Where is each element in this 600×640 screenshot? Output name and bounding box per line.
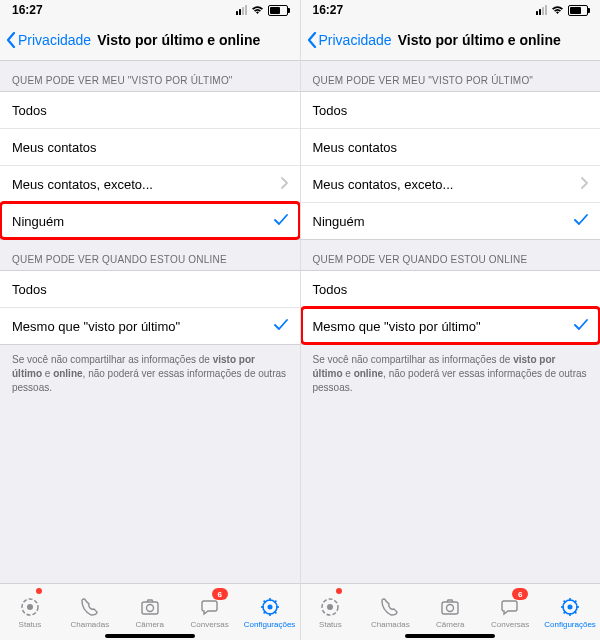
- checkmark-icon: [274, 214, 288, 229]
- chats-badge: 6: [212, 588, 228, 600]
- status-bar: 16:27: [301, 0, 601, 20]
- option-label: Mesmo que "visto por último": [313, 319, 481, 334]
- option-label: Meus contatos: [12, 140, 97, 155]
- battery-icon: [568, 5, 588, 16]
- tab-label: Conversas: [191, 620, 229, 629]
- battery-icon: [268, 5, 288, 16]
- tab-label: Configurações: [244, 620, 296, 629]
- back-label: Privacidade: [18, 32, 91, 48]
- svg-point-17: [447, 604, 454, 611]
- chevron-left-icon: [6, 32, 16, 48]
- tab-settings[interactable]: Configurações: [240, 584, 300, 640]
- footnote-text: e: [42, 368, 53, 379]
- svg-rect-2: [142, 602, 158, 614]
- status-time: 16:27: [12, 3, 43, 17]
- home-indicator[interactable]: [405, 634, 495, 638]
- svg-point-19: [568, 604, 573, 609]
- svg-point-15: [327, 604, 333, 610]
- content: QUEM PODE VER MEU "VISTO POR ÚLTIMO" Tod…: [301, 61, 601, 583]
- status-badge: [336, 588, 342, 594]
- camera-icon: [139, 596, 161, 618]
- status-time: 16:27: [313, 3, 344, 17]
- footer-note: Se você não compartilhar as informações …: [301, 345, 601, 395]
- screen-right: 16:27 Privacidade Visto por último e onl…: [301, 0, 601, 640]
- option-online-same[interactable]: Mesmo que "visto por último": [301, 307, 601, 344]
- tab-camera[interactable]: Câmera: [420, 584, 480, 640]
- phone-icon: [79, 596, 101, 618]
- footnote-text: e: [343, 368, 354, 379]
- camera-icon: [439, 596, 461, 618]
- section-header-lastseen: QUEM PODE VER MEU "VISTO POR ÚLTIMO": [0, 61, 300, 91]
- tab-calls[interactable]: Chamadas: [360, 584, 420, 640]
- option-contacts[interactable]: Meus contatos: [0, 128, 300, 165]
- tab-label: Conversas: [491, 620, 529, 629]
- option-label: Todos: [313, 282, 348, 297]
- option-online-same[interactable]: Mesmo que "visto por último": [0, 307, 300, 344]
- tab-settings[interactable]: Configurações: [540, 584, 600, 640]
- checkmark-icon: [274, 319, 288, 334]
- svg-point-5: [267, 604, 272, 609]
- option-label: Meus contatos, exceto...: [12, 177, 153, 192]
- tab-chats[interactable]: 6 Conversas: [480, 584, 540, 640]
- status-icons: [536, 5, 588, 16]
- wifi-icon: [251, 5, 264, 15]
- tab-label: Chamadas: [371, 620, 410, 629]
- tab-status[interactable]: Status: [0, 584, 60, 640]
- tab-bar: Status Chamadas Câmera 6 Conversas Confi…: [0, 583, 300, 640]
- svg-point-1: [27, 604, 33, 610]
- wifi-icon: [551, 5, 564, 15]
- option-everyone[interactable]: Todos: [0, 92, 300, 128]
- checkmark-icon: [574, 214, 588, 229]
- screen-left: 16:27 Privacidade Visto por último e onl…: [0, 0, 301, 640]
- back-button[interactable]: Privacidade: [307, 32, 392, 48]
- option-label: Ninguém: [12, 214, 64, 229]
- chevron-right-icon: [281, 177, 288, 192]
- gear-icon: [259, 596, 281, 618]
- tab-bar: Status Chamadas Câmera 6 Conversas Confi…: [301, 583, 601, 640]
- option-contacts-except[interactable]: Meus contatos, exceto...: [0, 165, 300, 202]
- gear-icon: [559, 596, 581, 618]
- chats-badge: 6: [512, 588, 528, 600]
- option-label: Ninguém: [313, 214, 365, 229]
- tab-label: Câmera: [436, 620, 464, 629]
- back-button[interactable]: Privacidade: [6, 32, 91, 48]
- online-options: Todos Mesmo que "visto por último": [0, 270, 300, 345]
- option-nobody[interactable]: Ninguém: [301, 202, 601, 239]
- option-contacts-except[interactable]: Meus contatos, exceto...: [301, 165, 601, 202]
- tab-calls[interactable]: Chamadas: [60, 584, 120, 640]
- back-label: Privacidade: [319, 32, 392, 48]
- tab-chats[interactable]: 6 Conversas: [180, 584, 240, 640]
- tab-camera[interactable]: Câmera: [120, 584, 180, 640]
- status-icon: [19, 596, 41, 618]
- page-title: Visto por último e online: [97, 32, 260, 48]
- footnote-bold: online: [354, 368, 383, 379]
- lastseen-options: Todos Meus contatos Meus contatos, excet…: [301, 91, 601, 240]
- signal-icon: [236, 5, 247, 15]
- option-online-everyone[interactable]: Todos: [301, 271, 601, 307]
- phone-icon: [379, 596, 401, 618]
- option-nobody[interactable]: Ninguém: [0, 202, 300, 239]
- option-label: Meus contatos: [313, 140, 398, 155]
- tab-label: Configurações: [544, 620, 596, 629]
- tab-label: Chamadas: [71, 620, 110, 629]
- tab-status[interactable]: Status: [301, 584, 361, 640]
- home-indicator[interactable]: [105, 634, 195, 638]
- status-badge: [36, 588, 42, 594]
- checkmark-icon: [574, 319, 588, 334]
- page-title: Visto por último e online: [398, 32, 561, 48]
- tab-label: Status: [19, 620, 42, 629]
- lastseen-options: Todos Meus contatos Meus contatos, excet…: [0, 91, 300, 240]
- footnote-text: Se você não compartilhar as informações …: [313, 354, 514, 365]
- option-label: Todos: [12, 103, 47, 118]
- chevron-left-icon: [307, 32, 317, 48]
- section-header-lastseen: QUEM PODE VER MEU "VISTO POR ÚLTIMO": [301, 61, 601, 91]
- tab-label: Câmera: [136, 620, 164, 629]
- dual-screenshot: 16:27 Privacidade Visto por último e onl…: [0, 0, 600, 640]
- svg-rect-16: [442, 602, 458, 614]
- status-icons: [236, 5, 288, 16]
- option-contacts[interactable]: Meus contatos: [301, 128, 601, 165]
- option-everyone[interactable]: Todos: [301, 92, 601, 128]
- option-online-everyone[interactable]: Todos: [0, 271, 300, 307]
- section-header-online: QUEM PODE VER QUANDO ESTOU ONLINE: [301, 240, 601, 270]
- footnote-text: Se você não compartilhar as informações …: [12, 354, 213, 365]
